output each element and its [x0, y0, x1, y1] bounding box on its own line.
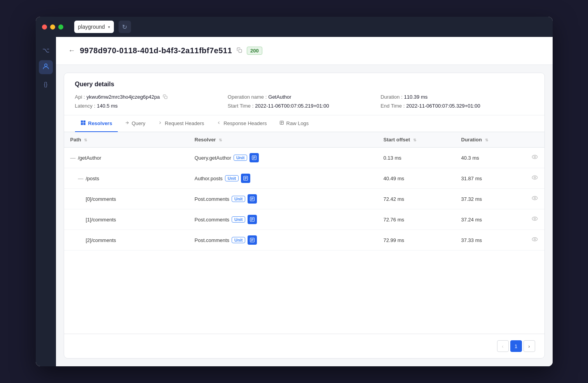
- col-duration[interactable]: Duration ⇅: [455, 132, 525, 148]
- prev-page-button[interactable]: ‹: [497, 340, 509, 352]
- view-icon[interactable]: [531, 237, 538, 244]
- cell-duration: 40.3 ms: [455, 148, 525, 168]
- cell-resolver: Post.comments Unit: [188, 230, 377, 251]
- cell-actions: [525, 189, 544, 209]
- tab-response-headers-label: Response Headers: [223, 120, 267, 126]
- meta-grid: Api : ykwu6mw2mrc3ho4jczeg6p42pa Operati…: [75, 94, 534, 109]
- path-value: /getAuthor: [78, 155, 101, 161]
- path-value: [1]/comments: [86, 217, 116, 223]
- tab-query-label: Query: [132, 120, 145, 126]
- page-1-button[interactable]: 1: [510, 340, 522, 352]
- duration-value: 110.39 ms: [404, 94, 428, 100]
- svg-rect-4: [83, 120, 85, 122]
- view-icon[interactable]: [531, 196, 538, 203]
- svg-point-28: [534, 197, 536, 199]
- start-time-value: 2022-11-06T00:07:05.219+01:00: [255, 103, 329, 109]
- sort-duration-icon: ⇅: [485, 138, 488, 142]
- code-detail-button[interactable]: [248, 194, 257, 204]
- copy-api-icon[interactable]: [163, 94, 168, 100]
- minimize-button[interactable]: [50, 24, 55, 30]
- refresh-button[interactable]: ↻: [119, 21, 131, 33]
- sidebar-item-share[interactable]: ⌥: [39, 43, 53, 57]
- back-button[interactable]: ←: [68, 47, 75, 55]
- tab-raw-logs[interactable]: Raw Logs: [274, 116, 314, 132]
- code-detail-button[interactable]: [248, 235, 257, 245]
- api-label: Api :: [75, 94, 85, 100]
- trace-bar: ← 9978d970-0118-401d-b4f3-2a11fbf7e511 2…: [56, 37, 553, 65]
- cell-start-offset: 40.49 ms: [377, 168, 455, 189]
- col-actions: [525, 132, 544, 148]
- view-icon[interactable]: [531, 155, 538, 162]
- tab-response-headers[interactable]: Response Headers: [211, 116, 272, 132]
- response-headers-icon: [216, 120, 221, 126]
- share-icon: ⌥: [42, 47, 49, 54]
- tab-query[interactable]: Query: [119, 116, 151, 132]
- resolver-value: Post.comments: [195, 196, 230, 202]
- cell-resolver: Post.comments Unit: [188, 209, 377, 230]
- cell-path: [0]/comments: [64, 189, 188, 209]
- refresh-icon: ↻: [122, 23, 127, 31]
- env-selector[interactable]: playground ▾: [74, 21, 114, 33]
- resolvers-table: Path ⇅ Resolver ⇅ Start offset ⇅ Duratio…: [64, 132, 544, 251]
- code-detail-button[interactable]: [248, 215, 257, 224]
- sort-path-icon: ⇅: [84, 138, 87, 142]
- end-time-field: End Time : 2022-11-06T00:07:05.329+01:00: [380, 103, 533, 109]
- table-header-row: Path ⇅ Resolver ⇅ Start offset ⇅ Duratio…: [64, 132, 544, 148]
- latency-value: 140.5 ms: [97, 103, 117, 109]
- query-icon: [125, 120, 129, 126]
- tab-raw-logs-label: Raw Logs: [286, 120, 309, 126]
- table-row: [1]/comments Post.comments Unit 72.76 ms…: [64, 209, 544, 230]
- code-detail-button[interactable]: [250, 153, 259, 162]
- svg-point-34: [534, 218, 536, 219]
- tab-request-headers[interactable]: Request Headers: [152, 116, 209, 132]
- operation-value: GetAuthor: [268, 94, 291, 100]
- svg-point-40: [534, 239, 536, 240]
- unit-badge: Unit: [225, 175, 239, 181]
- table-row: [0]/comments Post.comments Unit 72.42 ms…: [64, 189, 544, 209]
- code-detail-button[interactable]: [241, 174, 250, 183]
- resolver-value: Query.getAuthor: [195, 155, 231, 161]
- chevron-down-icon: ▾: [108, 25, 110, 29]
- cell-start-offset: 72.99 ms: [377, 230, 455, 251]
- next-page-button[interactable]: ›: [523, 340, 535, 352]
- svg-point-15: [532, 155, 537, 159]
- dash-icon: —: [78, 175, 84, 181]
- cell-duration: 37.24 ms: [455, 209, 525, 230]
- start-time-field: Start Time : 2022-11-06T00:07:05.219+01:…: [228, 103, 380, 109]
- cell-path: — /posts: [64, 168, 188, 189]
- titlebar: playground ▾ ↻: [36, 17, 553, 37]
- cell-start-offset: 0.13 ms: [377, 148, 455, 168]
- svg-point-22: [534, 177, 536, 178]
- end-time-value: 2022-11-06T00:07:05.329+01:00: [406, 103, 480, 109]
- table-row: [2]/comments Post.comments Unit 72.99 ms…: [64, 230, 544, 251]
- cell-actions: [525, 168, 544, 189]
- api-value: ykwu6mw2mrc3ho4jczeg6p42pa: [87, 94, 160, 100]
- env-label: playground: [78, 24, 105, 30]
- col-start-offset[interactable]: Start offset ⇅: [377, 132, 455, 148]
- resolver-value: Post.comments: [195, 237, 230, 243]
- maximize-button[interactable]: [58, 24, 63, 30]
- cell-resolver: Query.getAuthor Unit: [188, 148, 377, 168]
- svg-point-16: [534, 156, 536, 158]
- request-headers-icon: [158, 120, 162, 126]
- resolver-value: Post.comments: [195, 217, 230, 223]
- cell-actions: [525, 230, 544, 251]
- col-path[interactable]: Path ⇅: [64, 132, 188, 148]
- view-icon[interactable]: [531, 176, 538, 182]
- col-resolver[interactable]: Resolver ⇅: [188, 132, 377, 148]
- close-button[interactable]: [42, 24, 47, 30]
- cell-duration: 37.33 ms: [455, 230, 525, 251]
- query-details-header: Query details Api : ykwu6mw2mrc3ho4jczeg…: [64, 73, 544, 115]
- resolvers-icon: [80, 120, 86, 127]
- copy-trace-icon[interactable]: [237, 47, 242, 54]
- view-icon[interactable]: [531, 217, 538, 223]
- cell-path: — /getAuthor: [64, 148, 188, 168]
- cell-actions: [525, 209, 544, 230]
- duration-field: Duration : 110.39 ms: [380, 94, 533, 100]
- details-panel: Query details Api : ykwu6mw2mrc3ho4jczeg…: [64, 73, 545, 359]
- sidebar-item-code[interactable]: {}: [39, 77, 53, 91]
- pagination: ‹ 1 ›: [64, 334, 544, 358]
- sidebar-item-user[interactable]: [39, 60, 53, 74]
- cell-resolver: Post.comments Unit: [188, 189, 377, 209]
- tab-resolvers[interactable]: Resolvers: [75, 115, 118, 132]
